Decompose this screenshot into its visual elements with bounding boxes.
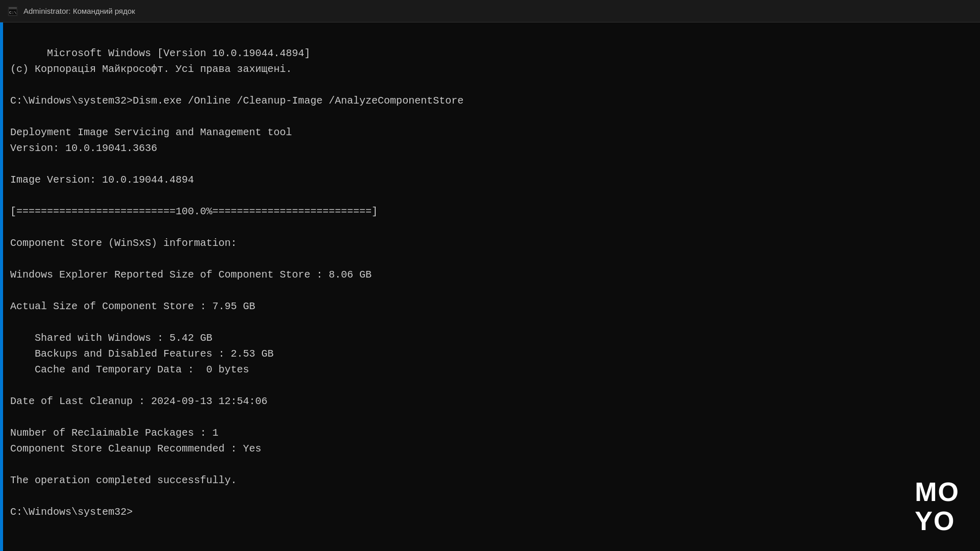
line-2: (с) Корпорація Майкрософт. Усі права зах… (10, 63, 292, 75)
line-13: Component Store (WinSxS) information: (10, 237, 237, 249)
terminal-body[interactable]: Microsoft Windows [Version 10.0.19044.48… (0, 22, 980, 551)
title-bar-label: Administrator: Командний рядок (23, 7, 135, 15)
progress-bar: [==========================100.0%=======… (10, 206, 378, 217)
moyo-line1: MO (915, 478, 960, 507)
line-4: C:\Windows\system32>Dism.exe /Online /Cl… (10, 95, 463, 107)
line-6: Deployment Image Servicing and Managemen… (10, 127, 292, 138)
left-accent-bar (0, 22, 3, 551)
terminal-output: Microsoft Windows [Version 10.0.19044.48… (10, 30, 970, 536)
line-1: Microsoft Windows [Version 10.0.19044.48… (47, 47, 310, 59)
svg-text:C:\: C:\ (9, 10, 17, 15)
svg-rect-1 (9, 7, 17, 9)
moyo-line2: YO (915, 507, 960, 536)
line-25: Number of Reclaimable Packages : 1 (10, 427, 218, 439)
line-21: Cache and Temporary Data : 0 bytes (10, 364, 249, 375)
line-19: Shared with Windows : 5.42 GB (10, 332, 212, 344)
line-20: Backups and Disabled Features : 2.53 GB (10, 348, 274, 360)
cmd-window: C:\ Administrator: Командний рядок Micro… (0, 0, 980, 551)
line-30: C:\Windows\system32> (10, 506, 133, 518)
title-bar: C:\ Administrator: Командний рядок (0, 0, 980, 22)
line-17: Actual Size of Component Store : 7.95 GB (10, 300, 255, 312)
line-15: Windows Explorer Reported Size of Compon… (10, 269, 372, 281)
moyo-watermark: MO YO (915, 478, 960, 536)
cmd-icon: C:\ (7, 6, 18, 17)
line-26: Component Store Cleanup Recommended : Ye… (10, 443, 261, 455)
line-9: Image Version: 10.0.19044.4894 (10, 174, 194, 186)
line-23: Date of Last Cleanup : 2024-09-13 12:54:… (10, 395, 267, 407)
line-28: The operation completed successfully. (10, 474, 237, 486)
line-7: Version: 10.0.19041.3636 (10, 142, 157, 154)
